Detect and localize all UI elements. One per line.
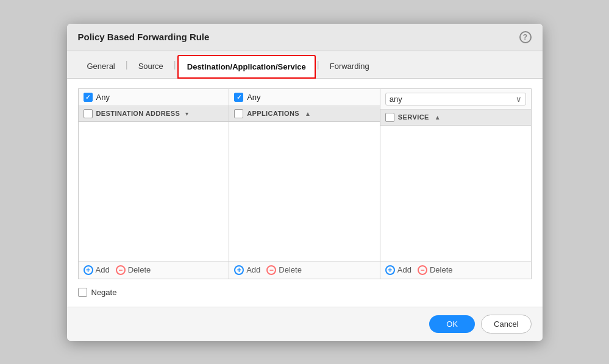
service-dropdown-value: any [390,95,402,104]
destination-address-add-btn[interactable]: + Add [84,265,110,275]
tab-forwarding[interactable]: Forwarding [321,55,379,77]
tab-general[interactable]: General [78,55,124,77]
tab-bar: General | Source | Destination/Applicati… [67,51,543,79]
service-footer: + Add − Delete [380,261,531,279]
applications-add-label: Add [246,265,260,274]
destination-address-delete-label: Delete [128,265,151,274]
tab-separator-3: | [317,59,319,70]
applications-any-row: Any [229,89,380,106]
destination-address-select-all[interactable] [84,109,93,118]
service-dropdown[interactable]: any ∨ [385,93,526,105]
applications-delete-label: Delete [279,265,302,274]
columns-container: Any DESTINATION ADDRESS ▾ + Add − Delete [78,88,532,279]
negate-label: Negate [91,288,117,297]
destination-address-body [79,122,229,261]
dialog-header: Policy Based Forwarding Rule ? [67,24,543,51]
service-header-label: SERVICE [398,113,429,121]
negate-row: Negate [78,288,532,297]
applications-footer: + Add − Delete [229,261,380,279]
service-sort-icon[interactable]: ▲ [435,114,441,121]
tab-destination[interactable]: Destination/Application/Service [177,55,316,79]
dialog-body: Any DESTINATION ADDRESS ▾ + Add − Delete [67,79,543,307]
destination-any-label: Any [96,93,110,102]
destination-address-add-icon: + [84,265,93,275]
destination-address-add-label: Add [96,265,110,274]
applications-header-label: APPLICATIONS [247,110,299,117]
applications-body [229,122,380,261]
tab-source[interactable]: Source [129,55,173,77]
tab-separator-2: | [174,59,176,70]
ok-button[interactable]: OK [429,315,475,333]
destination-address-sort-icon[interactable]: ▾ [185,110,188,117]
service-select-all[interactable] [385,113,394,122]
applications-add-icon: + [234,265,244,275]
cancel-button[interactable]: Cancel [481,315,531,334]
service-column: any ∨ SERVICE ▲ + Add − [380,89,531,279]
service-add-icon: + [385,265,395,275]
tab-separator-1: | [126,59,128,70]
destination-any-checkbox[interactable] [84,93,93,102]
dialog-title: Policy Based Forwarding Rule [78,32,210,42]
service-delete-btn[interactable]: − Delete [418,265,453,275]
applications-any-label: Any [247,93,260,102]
applications-delete-icon: − [266,265,276,275]
dialog-footer: OK Cancel [67,307,543,341]
applications-select-all[interactable] [234,109,243,118]
applications-delete-btn[interactable]: − Delete [266,265,302,275]
service-delete-icon: − [418,265,427,275]
service-add-label: Add [397,265,411,274]
destination-address-header: DESTINATION ADDRESS ▾ [79,106,229,122]
service-header: SERVICE ▲ [380,110,531,126]
applications-add-btn[interactable]: + Add [234,265,260,275]
help-icon[interactable]: ? [519,31,532,43]
destination-address-column: Any DESTINATION ADDRESS ▾ + Add − Delete [79,89,230,279]
service-dropdown-arrow: ∨ [516,95,522,104]
destination-any-row: Any [79,89,229,106]
service-delete-label: Delete [430,265,453,274]
destination-address-delete-btn[interactable]: − Delete [116,265,151,275]
destination-address-footer: + Add − Delete [79,261,229,279]
applications-sort-icon[interactable]: ▲ [305,110,311,117]
service-body [380,126,531,261]
negate-checkbox[interactable] [78,288,87,297]
service-add-btn[interactable]: + Add [385,265,411,275]
applications-any-checkbox[interactable] [234,93,243,102]
applications-header: APPLICATIONS ▲ [229,106,380,122]
destination-address-header-label: DESTINATION ADDRESS [96,110,180,117]
service-any-row: any ∨ [380,89,531,110]
applications-column: Any APPLICATIONS ▲ + Add − Delete [229,89,380,279]
destination-address-delete-icon: − [116,265,126,275]
dialog: Policy Based Forwarding Rule ? General |… [67,24,543,341]
